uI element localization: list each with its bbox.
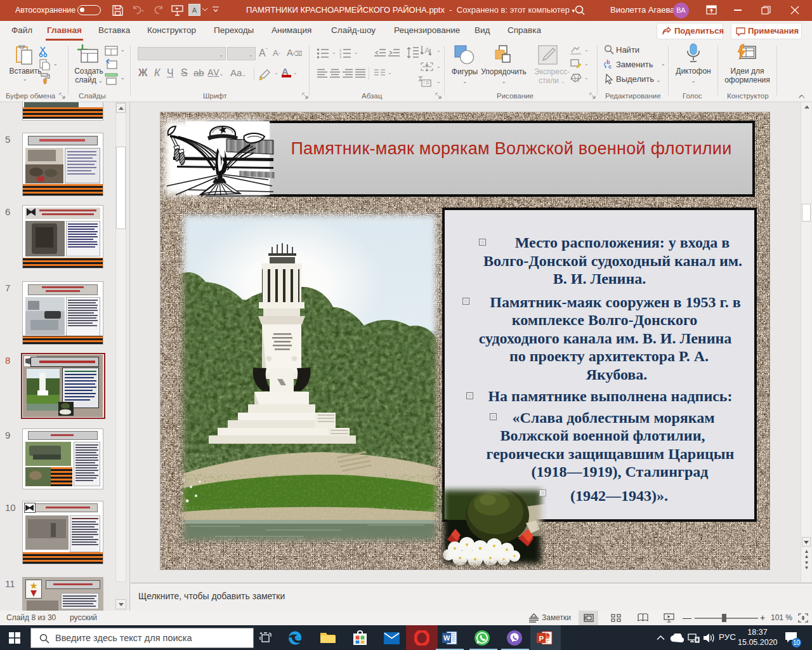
svg-text:W: W (443, 634, 450, 642)
svg-text:P: P (539, 635, 544, 642)
svg-text:3: 3 (339, 56, 341, 59)
svg-text:c: c (608, 63, 612, 70)
